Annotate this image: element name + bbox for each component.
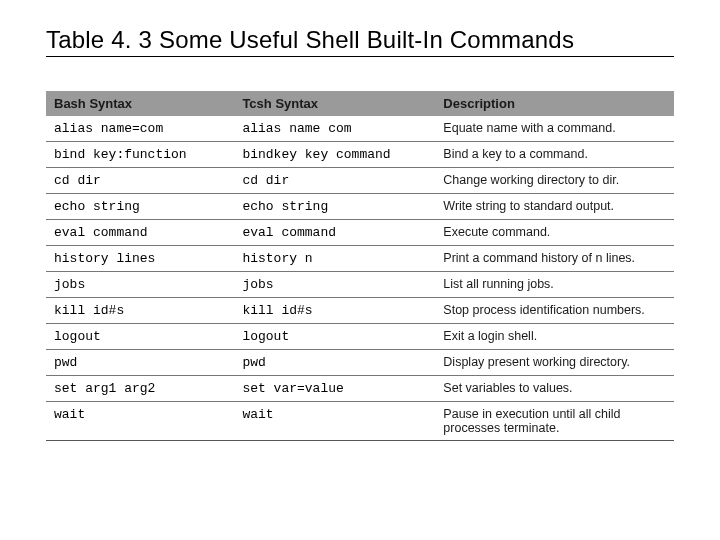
- cell-tcsh: echo string: [234, 194, 435, 220]
- cell-tcsh: kill id#s: [234, 298, 435, 324]
- table-row: set arg1 arg2 set var=value Set variable…: [46, 376, 674, 402]
- cell-desc: Write string to standard output.: [435, 194, 674, 220]
- table-head: Bash Syntax Tcsh Syntax Description: [46, 91, 674, 116]
- cell-bash: eval command: [46, 220, 234, 246]
- table-row: echo string echo string Write string to …: [46, 194, 674, 220]
- cell-tcsh: cd dir: [234, 168, 435, 194]
- cell-bash: logout: [46, 324, 234, 350]
- table-row: cd dir cd dir Change working directory t…: [46, 168, 674, 194]
- cell-desc: Bind a key to a command.: [435, 142, 674, 168]
- cell-desc: Stop process identification numbers.: [435, 298, 674, 324]
- cell-desc: Print a command history of n lines.: [435, 246, 674, 272]
- cell-desc: List all running jobs.: [435, 272, 674, 298]
- header-row: Bash Syntax Tcsh Syntax Description: [46, 91, 674, 116]
- header-desc: Description: [435, 91, 674, 116]
- table-row: logout logout Exit a login shell.: [46, 324, 674, 350]
- cell-tcsh: eval command: [234, 220, 435, 246]
- cell-bash: wait: [46, 402, 234, 441]
- cell-tcsh: alias name com: [234, 116, 435, 142]
- cell-tcsh: pwd: [234, 350, 435, 376]
- cell-desc: Exit a login shell.: [435, 324, 674, 350]
- cell-tcsh: bindkey key command: [234, 142, 435, 168]
- cell-bash: bind key:function: [46, 142, 234, 168]
- cell-bash: jobs: [46, 272, 234, 298]
- page: Table 4. 3 Some Useful Shell Built-In Co…: [0, 0, 720, 441]
- cell-bash: history lines: [46, 246, 234, 272]
- cell-desc: Execute command.: [435, 220, 674, 246]
- cell-tcsh: wait: [234, 402, 435, 441]
- cell-tcsh: jobs: [234, 272, 435, 298]
- cell-bash: echo string: [46, 194, 234, 220]
- table-row: history lines history n Print a command …: [46, 246, 674, 272]
- cell-desc: Set variables to values.: [435, 376, 674, 402]
- cell-bash: cd dir: [46, 168, 234, 194]
- cell-desc: Equate name with a command.: [435, 116, 674, 142]
- table-caption: Table 4. 3 Some Useful Shell Built-In Co…: [46, 26, 674, 57]
- cell-desc: Pause in execution until all child proce…: [435, 402, 674, 441]
- cell-tcsh: logout: [234, 324, 435, 350]
- table-row: kill id#s kill id#s Stop process identif…: [46, 298, 674, 324]
- header-bash: Bash Syntax: [46, 91, 234, 116]
- table-row: alias name=com alias name com Equate nam…: [46, 116, 674, 142]
- commands-table: Bash Syntax Tcsh Syntax Description alia…: [46, 91, 674, 441]
- cell-desc: Display present working directory.: [435, 350, 674, 376]
- table-row: eval command eval command Execute comman…: [46, 220, 674, 246]
- header-tcsh: Tcsh Syntax: [234, 91, 435, 116]
- cell-bash: alias name=com: [46, 116, 234, 142]
- table-row: pwd pwd Display present working director…: [46, 350, 674, 376]
- table-body: alias name=com alias name com Equate nam…: [46, 116, 674, 441]
- cell-bash: set arg1 arg2: [46, 376, 234, 402]
- cell-tcsh: set var=value: [234, 376, 435, 402]
- cell-bash: pwd: [46, 350, 234, 376]
- table-row: jobs jobs List all running jobs.: [46, 272, 674, 298]
- table-row: bind key:function bindkey key command Bi…: [46, 142, 674, 168]
- cell-tcsh: history n: [234, 246, 435, 272]
- cell-desc: Change working directory to dir.: [435, 168, 674, 194]
- cell-bash: kill id#s: [46, 298, 234, 324]
- table-row: wait wait Pause in execution until all c…: [46, 402, 674, 441]
